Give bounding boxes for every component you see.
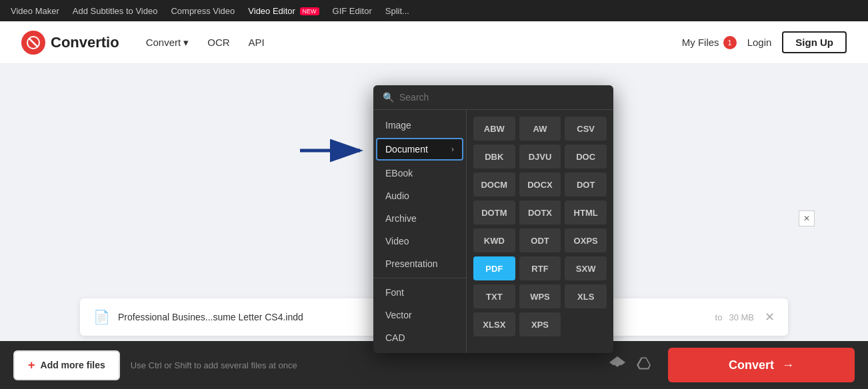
- format-btn-rtf[interactable]: RTF: [519, 256, 561, 280]
- google-drive-icon[interactable]: [636, 355, 652, 375]
- format-btn-docx[interactable]: DOCX: [519, 173, 561, 196]
- format-btn-txt[interactable]: TXT: [473, 284, 515, 308]
- search-icon: 🔍: [383, 92, 394, 103]
- categories-list: Image Document › EBook Audio Archive Vid…: [373, 110, 467, 353]
- format-btn-dotm[interactable]: DOTM: [473, 200, 515, 224]
- top-nav-compress-video[interactable]: Compress Video: [171, 6, 235, 16]
- category-presentation[interactable]: Presentation: [373, 252, 466, 275]
- top-nav-add-subtitles[interactable]: Add Subtitles to Video: [73, 6, 158, 16]
- plus-icon: +: [28, 358, 35, 372]
- format-btn-html[interactable]: HTML: [565, 200, 607, 224]
- category-image[interactable]: Image: [373, 114, 466, 137]
- convert-arrow-icon: →: [782, 358, 794, 372]
- convert-button[interactable]: Convert →: [668, 348, 855, 382]
- format-btn-kwd[interactable]: KWD: [473, 228, 515, 252]
- nav-links: Convert ▾ OCR API: [146, 37, 265, 49]
- category-divider: [373, 278, 466, 278]
- chevron-right-icon: ›: [451, 145, 454, 154]
- search-input[interactable]: [399, 92, 604, 103]
- chevron-down-icon: ▾: [183, 37, 189, 49]
- format-btn-doc[interactable]: DOC: [565, 145, 607, 169]
- convert-nav-button[interactable]: Convert ▾: [146, 37, 189, 49]
- format-btn-wps[interactable]: WPS: [519, 284, 561, 308]
- format-btn-sxw[interactable]: SXW: [565, 256, 607, 280]
- category-font[interactable]: Font: [373, 281, 466, 304]
- file-remove-button[interactable]: ✕: [765, 310, 775, 324]
- category-ebook[interactable]: EBook: [373, 162, 466, 185]
- files-count-badge: 1: [723, 36, 737, 49]
- add-files-button[interactable]: + Add more files: [13, 350, 120, 380]
- format-btn-xls[interactable]: XLS: [565, 284, 607, 308]
- category-archive[interactable]: Archive: [373, 207, 466, 230]
- logo-text: Convertio: [51, 34, 119, 51]
- category-document[interactable]: Document ›: [376, 138, 463, 161]
- ocr-nav-link[interactable]: OCR: [207, 37, 229, 48]
- format-btn-abw[interactable]: ABW: [473, 117, 515, 141]
- format-btn-dot[interactable]: DOT: [565, 173, 607, 196]
- dropdown-search-bar: 🔍: [373, 85, 613, 110]
- convert-button-label: Convert: [729, 358, 774, 372]
- top-nav-gif-editor[interactable]: GIF Editor: [333, 6, 372, 16]
- format-btn-djvu[interactable]: DJVU: [519, 145, 561, 169]
- main-dropdown: 🔍 Image Document › EBook Audio: [373, 85, 613, 353]
- category-audio[interactable]: Audio: [373, 185, 466, 207]
- format-btn-oxps[interactable]: OXPS: [565, 228, 607, 252]
- format-btn-xps[interactable]: XPS: [519, 312, 561, 336]
- arrow-pointer: [293, 136, 373, 168]
- formats-grid: ABWAWCSVDBKDJVUDOCDOCMDOCXDOTDOTMDOTXHTM…: [467, 110, 613, 353]
- file-size: 30 MB: [729, 312, 754, 322]
- svg-line-1: [29, 39, 37, 47]
- main-content: Conv 🔍 Image Docume: [0, 64, 868, 389]
- top-nav-video-editor[interactable]: Video Editor NEW: [248, 6, 319, 16]
- category-video[interactable]: Video: [373, 230, 466, 252]
- format-btn-dbk[interactable]: DBK: [473, 145, 515, 169]
- category-vector[interactable]: Vector: [373, 304, 466, 326]
- logo[interactable]: Convertio: [21, 31, 119, 55]
- main-nav: Convertio Convert ▾ OCR API My Files 1 L…: [0, 21, 868, 64]
- category-cad[interactable]: CAD: [373, 326, 466, 349]
- hint-text: Use Ctrl or Shift to add several files a…: [131, 360, 599, 370]
- format-btn-csv[interactable]: CSV: [565, 117, 607, 141]
- my-files-button[interactable]: My Files 1: [682, 36, 737, 49]
- format-btn-pdf[interactable]: PDF: [473, 256, 515, 280]
- signup-button[interactable]: Sign Up: [782, 31, 847, 53]
- format-btn-docm[interactable]: DOCM: [473, 173, 515, 196]
- top-nav: Video Maker Add Subtitles to Video Compr…: [0, 0, 868, 21]
- format-btn-dotx[interactable]: DOTX: [519, 200, 561, 224]
- top-nav-video-maker[interactable]: Video Maker: [11, 6, 59, 16]
- format-btn-xlsx[interactable]: XLSX: [473, 312, 515, 336]
- nav-right: My Files 1 Login Sign Up: [682, 31, 847, 53]
- format-btn-aw[interactable]: AW: [519, 117, 561, 141]
- logo-icon: [21, 31, 45, 55]
- api-nav-link[interactable]: API: [249, 37, 265, 48]
- top-nav-split[interactable]: Split...: [385, 6, 409, 16]
- dropbox-icon[interactable]: [609, 355, 625, 375]
- format-btn-odt[interactable]: ODT: [519, 228, 561, 252]
- new-badge: NEW: [300, 7, 319, 15]
- file-icon: 📄: [93, 309, 110, 325]
- file-to-label: to: [715, 312, 723, 322]
- add-files-label: Add more files: [41, 360, 105, 370]
- login-button[interactable]: Login: [747, 37, 772, 48]
- dropdown-body: Image Document › EBook Audio Archive Vid…: [373, 110, 613, 353]
- ad-close-button[interactable]: ✕: [799, 210, 815, 226]
